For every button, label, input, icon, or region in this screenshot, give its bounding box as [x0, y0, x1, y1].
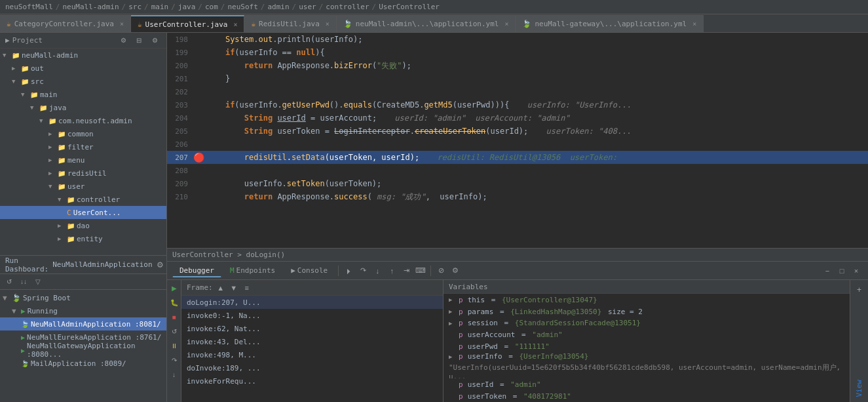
start-button[interactable]: ▶: [168, 281, 181, 294]
tree-item-com-neusoft[interactable]: ▼ 📁 com.neusoft.admin: [0, 114, 166, 127]
line-number: 200: [167, 62, 193, 70]
add-watch-button[interactable]: +: [852, 283, 867, 297]
run-item-mail[interactable]: 🍃 MailApplication :8089/: [0, 357, 166, 370]
tree-item-redisutil[interactable]: ▶ 📁 redisUtil: [0, 167, 166, 180]
frame-up-button[interactable]: ▲: [216, 283, 226, 293]
tab-gateway-app[interactable]: 🍃 neuMall-gateway\...\application.yml ×: [516, 15, 704, 32]
evaluate-button[interactable]: ⌨: [414, 264, 427, 277]
view-button[interactable]: View: [855, 377, 863, 400]
code-line-206: 206: [167, 138, 868, 151]
step-into-left-button[interactable]: ↓: [168, 368, 181, 381]
tree-item-menu[interactable]: ▶ 📁 menu: [0, 153, 166, 167]
tree-item-entity[interactable]: ▶ 📁 entity: [0, 232, 166, 245]
frame-item-invoke498[interactable]: invoke:498, M...: [181, 348, 443, 361]
run-item-neumall-admin[interactable]: 🍃 NeuMallAdminApplication :8081/: [0, 317, 166, 331]
close-icon[interactable]: ×: [326, 20, 330, 28]
running-section[interactable]: ▼ ▶ Running: [0, 304, 166, 317]
close-icon[interactable]: ×: [120, 20, 124, 28]
frame-label: invoke:62, Nat...: [187, 325, 261, 333]
tab-category[interactable]: ☕ CategoryController.java ×: [0, 15, 131, 32]
mute-breakpoints-button[interactable]: ⊘: [434, 264, 447, 277]
close-icon[interactable]: ×: [504, 20, 508, 28]
frame-item-invoke62[interactable]: invoke:62, Nat...: [181, 322, 443, 335]
var-expand-arrow[interactable]: ▶: [449, 353, 457, 360]
debug-expand-button[interactable]: □: [835, 264, 848, 277]
spring-boot-section[interactable]: ▼ 🍃 Spring Boot: [0, 291, 166, 304]
close-icon[interactable]: ×: [233, 21, 237, 28]
step-over-left-button[interactable]: ↷: [168, 353, 181, 367]
debug-minimize-button[interactable]: −: [821, 264, 834, 277]
step-down-button[interactable]: ↓↓: [17, 275, 30, 289]
console-icon: ▶: [291, 266, 295, 275]
pause-button[interactable]: ⏸: [168, 339, 181, 352]
frame-item-invoke0[interactable]: invoke0:-1, Na...: [181, 309, 443, 322]
code-line-208: 208: [167, 164, 868, 177]
debug-close-button[interactable]: ×: [850, 264, 863, 277]
frame-down-button[interactable]: ▼: [229, 283, 239, 293]
var-expand-arrow[interactable]: ▶: [449, 320, 457, 327]
resume-button[interactable]: ⏵: [342, 264, 355, 277]
code-line-202: 202: [167, 85, 868, 98]
tab-usercontroller[interactable]: ☕ UserController.java ×: [131, 15, 245, 32]
frame-item-invokefor[interactable]: invokeForRequ...: [181, 374, 443, 388]
debugger-tab[interactable]: Debugger: [172, 264, 221, 277]
code-line-204: 204 String userId = userAccount; userId:…: [167, 111, 868, 125]
folder-icon: 📁: [58, 157, 66, 164]
line-code: String userId = userAccount; userId: "ad…: [204, 113, 868, 123]
rerun-button[interactable]: ↺: [3, 275, 16, 289]
breadcrumb-item: neuSoftMall: [5, 3, 53, 11]
settings-debug-button[interactable]: ⚙: [449, 264, 462, 277]
filter-button[interactable]: ▽: [31, 275, 45, 289]
run-to-cursor-button[interactable]: ⇥: [400, 264, 413, 277]
step-out-button[interactable]: ↑: [385, 264, 398, 277]
frame-menu-button[interactable]: ≡: [242, 283, 252, 293]
app-label: NeuMallEurekaApplication :8761/: [27, 333, 161, 342]
close-icon[interactable]: ×: [692, 20, 696, 28]
line-number: 199: [167, 49, 193, 57]
breadcrumb-item: controller: [326, 3, 369, 11]
tab-admin-app[interactable]: 🍃 neuMall-admin\...\application.yml ×: [337, 15, 516, 32]
frame-item-doinvoke[interactable]: doInvoke:189, ...: [181, 361, 443, 374]
var-expand-arrow[interactable]: ▶: [449, 308, 457, 315]
tree-item-out[interactable]: ▶ 📁 out: [0, 62, 166, 75]
frame-label: invoke:43, Del...: [187, 338, 261, 346]
tree-label: entity: [77, 235, 103, 243]
folder-icon: 📁: [58, 170, 66, 177]
frame-item-dologin[interactable]: doLogin:207, U...: [181, 296, 443, 309]
var-type-icon: p: [459, 352, 463, 361]
tree-item-controller[interactable]: ▼ 📁 controller: [0, 193, 166, 206]
rerun-debug-button[interactable]: ↺: [168, 325, 181, 338]
code-area: 198 System.out.println(userInfo); 199 if…: [167, 33, 868, 402]
tree-item-neumall-admin[interactable]: ▼ 📁 neuMall-admin: [0, 49, 166, 62]
tree-item-filter[interactable]: ▶ 📁 filter: [0, 140, 166, 153]
step-into-button[interactable]: ↓: [371, 264, 384, 277]
tab-redisutil[interactable]: ☕ RedisUtil.java ×: [244, 15, 336, 32]
line-code: return AppResponse.success( msg: "成功", u…: [204, 191, 868, 203]
endpoints-tab[interactable]: M Endpoints: [223, 264, 282, 277]
tree-item-user[interactable]: ▼ 📁 user: [0, 180, 166, 193]
gear-icon[interactable]: ⚙: [148, 34, 161, 47]
frame-label: doInvoke:189, ...: [187, 364, 261, 372]
tree-item-java[interactable]: ▼ 📁 java: [0, 101, 166, 114]
app-label: MailApplication :8089/: [31, 359, 126, 368]
debug-start-button[interactable]: 🐛: [168, 296, 181, 309]
tree-item-main[interactable]: ▼ 📁 main: [0, 88, 166, 101]
tree-item-dao[interactable]: ▶ 📁 dao: [0, 219, 166, 232]
console-tab[interactable]: ▶ Console: [284, 264, 335, 277]
stop-button[interactable]: ■: [168, 310, 181, 323]
spring-icon: 🍃: [522, 20, 531, 28]
step-over-button[interactable]: ↷: [356, 264, 369, 277]
app-icon: 🍃: [21, 360, 29, 367]
collapse-arrow: ▼: [39, 117, 48, 124]
app-icon: ▶: [21, 347, 25, 354]
var-expand-arrow[interactable]: ▶: [449, 296, 457, 303]
run-settings-button[interactable]: ⚙: [157, 260, 164, 270]
tree-item-common[interactable]: ▶ 📁 common: [0, 127, 166, 140]
settings-icon[interactable]: ⚙: [117, 34, 130, 47]
tree-item-usercontroller[interactable]: C UserCont...: [0, 206, 166, 219]
run-item-gateway[interactable]: ▶ NeuMallGatewayApplication :8080...: [0, 344, 166, 357]
frame-item-invoke43[interactable]: invoke:43, Del...: [181, 335, 443, 348]
layout-icon[interactable]: ⊟: [132, 34, 145, 47]
tree-item-src[interactable]: ▼ 📁 src: [0, 75, 166, 88]
frames-panel: Frame: ▲ ▼ ≡ doLogin:207, U... invoke0:-…: [181, 280, 443, 402]
